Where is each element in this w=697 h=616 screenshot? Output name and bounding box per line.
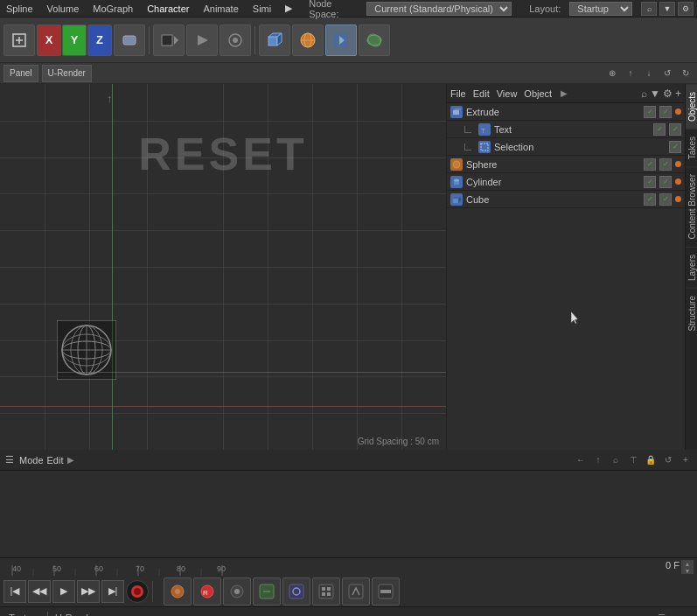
obj-add-icon[interactable]: + — [675, 88, 681, 100]
vtab-objects[interactable]: Objects — [686, 84, 697, 129]
mode-back-icon[interactable]: ← — [573, 452, 589, 468]
menu-mograph[interactable]: MoGraph — [90, 4, 136, 14]
obj-sphere[interactable]: Sphere ✓ ✓ — [447, 156, 685, 173]
settings-icon[interactable]: ⚙ — [678, 2, 694, 16]
obj-text-check[interactable]: ✓ — [653, 123, 666, 136]
objects-file-menu[interactable]: File — [450, 88, 466, 99]
bottom-menu-icon[interactable]: ☰ — [658, 612, 666, 616]
obj-sphere-check[interactable]: ✓ — [644, 158, 656, 171]
x-axis-btn[interactable]: X — [37, 24, 61, 56]
pb-icon-3[interactable] — [223, 578, 251, 606]
menu-volume[interactable]: Volume — [45, 4, 82, 14]
mode-plus-icon[interactable]: + — [678, 452, 694, 468]
tab-urender[interactable]: U-Render — [50, 612, 102, 617]
t2-icon-1[interactable]: ⊕ — [604, 66, 620, 81]
pb-to-end[interactable]: ▶| — [101, 580, 124, 603]
obj-selection[interactable]: Selection ✓ — [447, 138, 685, 156]
pb-sep — [152, 581, 153, 602]
menu-character[interactable]: Character — [144, 4, 192, 14]
obj-cylinder-check[interactable]: ✓ — [644, 176, 656, 188]
mode-btn[interactable]: Mode — [19, 455, 44, 466]
vtab-content[interactable]: Content Browser — [686, 166, 697, 246]
mode-fwd-icon[interactable]: ↑ — [590, 452, 606, 468]
obj-selection-check[interactable]: ✓ — [669, 141, 681, 153]
pb-record[interactable] — [126, 580, 149, 603]
pb-icon-8[interactable] — [372, 578, 400, 606]
vtab-layers[interactable]: Layers — [686, 247, 697, 288]
objects-edit-menu[interactable]: Edit — [473, 88, 490, 99]
mode-info-icon[interactable]: ↺ — [660, 452, 676, 468]
tab-texture[interactable]: Texture — [3, 612, 45, 617]
mode-expand-icon[interactable]: ▶ — [67, 455, 74, 465]
obj-cube-check2[interactable]: ✓ — [659, 193, 672, 206]
obj-text-check2[interactable]: ✓ — [669, 123, 681, 136]
search-icon[interactable]: ⌕ — [641, 2, 657, 16]
pb-prev-key[interactable]: ◀◀ — [28, 580, 51, 603]
y-axis-btn[interactable]: Y — [62, 24, 87, 56]
obj-cylinder[interactable]: Cylinder ✓ ✓ — [447, 173, 685, 191]
menu-animate[interactable]: Animate — [200, 4, 240, 14]
nodespace-select[interactable]: Current (Standard/Physical) — [366, 2, 512, 16]
pb-icon-6[interactable] — [312, 578, 340, 606]
scroll-down[interactable]: ▼ — [681, 567, 694, 574]
obj-cylinder-check2[interactable]: ✓ — [659, 176, 672, 188]
layout-select[interactable]: Startup — [569, 2, 632, 16]
t2-icon-3[interactable]: ↓ — [641, 66, 657, 81]
pb-icon-5[interactable] — [282, 578, 310, 606]
play-btn[interactable] — [186, 24, 218, 56]
vtab-structure[interactable]: Structure — [686, 288, 697, 339]
cube-btn[interactable] — [259, 24, 290, 56]
mode-filter-icon[interactable]: ⊤ — [625, 452, 641, 468]
render-movie-btn[interactable] — [153, 24, 185, 56]
mode-menu-icon[interactable]: ☰ — [3, 454, 16, 466]
objects-view-menu[interactable]: View — [497, 88, 518, 99]
svg-point-31 — [453, 161, 460, 168]
t2-icon-5[interactable]: ↻ — [678, 66, 694, 81]
timeline-track[interactable]: 40 50 60 70 80 90 — [0, 558, 645, 576]
pb-icon-7[interactable] — [342, 578, 370, 606]
vtab-takes[interactable]: Takes — [686, 129, 697, 166]
pb-to-start[interactable]: |◀ — [3, 580, 26, 603]
obj-extrude-check2[interactable]: ✓ — [659, 106, 672, 118]
obj-extrude[interactable]: Extrude ✓ ✓ — [447, 103, 685, 121]
panel-tab[interactable]: Panel — [3, 65, 38, 82]
y-axis-line — [112, 84, 113, 450]
menu-simi[interactable]: Simi — [250, 4, 274, 14]
obj-sphere-check2[interactable]: ✓ — [659, 158, 672, 171]
pb-next-key[interactable]: ▶▶ — [77, 580, 100, 603]
filter-icon[interactable]: ▼ — [659, 2, 675, 16]
timeline-scroll[interactable]: ▲ ▼ — [681, 560, 694, 574]
objects-expand-icon[interactable]: ▶ — [561, 88, 568, 98]
t2-icon-4[interactable]: ↺ — [659, 66, 675, 81]
z-axis-btn[interactable]: Z — [87, 24, 112, 56]
sphere-btn[interactable] — [292, 24, 324, 56]
object-icon-btn[interactable] — [114, 24, 145, 56]
obj-more-icon[interactable]: ⚙ — [663, 88, 673, 100]
new-btn[interactable] — [3, 24, 35, 56]
menu-arrow[interactable]: ▶ — [282, 3, 295, 14]
viewport[interactable]: ↑ RESET Grid Spacing : 50 cm — [0, 84, 447, 450]
svg-point-52 — [175, 589, 180, 594]
obj-search-icon[interactable]: ⌕ — [641, 88, 647, 100]
pb-icon-4[interactable] — [253, 578, 281, 606]
obj-cube[interactable]: Cube ✓ ✓ — [447, 191, 685, 208]
pb-play[interactable]: ▶ — [52, 580, 75, 603]
pb-icon-1[interactable] — [164, 578, 192, 606]
nurbs-btn[interactable] — [359, 24, 390, 56]
edit-btn[interactable]: Edit — [47, 455, 64, 466]
obj-extrude-check[interactable]: ✓ — [644, 106, 656, 118]
mode-search-icon[interactable]: ⌕ — [608, 452, 624, 468]
t2-icon-2[interactable]: ↑ — [623, 66, 638, 81]
menu-spline[interactable]: Spline — [3, 4, 36, 14]
obj-filter-icon[interactable]: ▼ — [650, 88, 660, 100]
pb-icon-2[interactable]: R — [193, 578, 221, 606]
objects-object-menu[interactable]: Object — [524, 88, 552, 99]
sphere-object[interactable] — [57, 320, 116, 380]
obj-text[interactable]: T Text ✓ ✓ — [447, 121, 685, 138]
render-settings-btn[interactable] — [220, 24, 251, 56]
urender-tab[interactable]: U-Render — [42, 65, 92, 82]
obj-cube-check[interactable]: ✓ — [644, 193, 656, 206]
mode-lock-icon[interactable]: 🔒 — [643, 452, 659, 468]
active-tool-btn[interactable] — [325, 24, 357, 56]
scroll-up[interactable]: ▲ — [681, 560, 694, 567]
